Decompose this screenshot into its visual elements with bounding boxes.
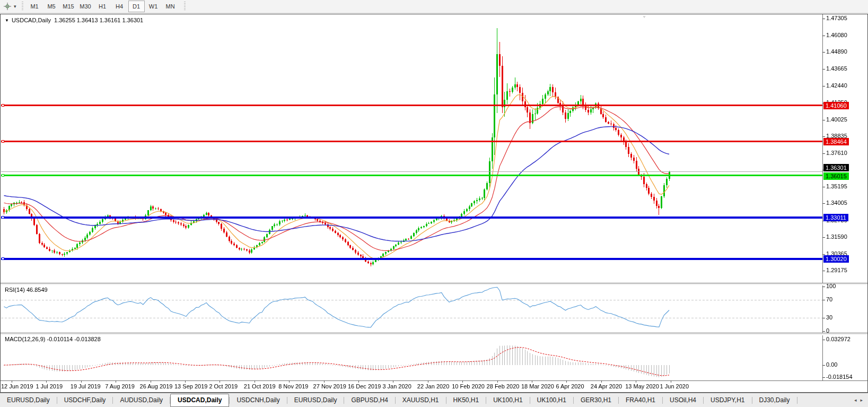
timeframe-button-m30[interactable]: M30 [77,1,94,12]
date-axis-tick [636,380,636,383]
support-line-green-price-label: 1.36015 [823,172,849,180]
date-axis-label: 3 Jan 2020 [382,383,411,389]
date-axis-tick [462,380,463,383]
crosshair-tool-button[interactable] [0,1,13,12]
timeframe-button-d1[interactable]: D1 [128,1,145,12]
price-scale-label: 1.37610 [826,150,847,157]
symbol-tab-bar: EURUSD,DailyUSDCHF,DailyAUDUSD,DailyUSDC… [0,393,868,407]
price-scale-label: 1.40025 [826,116,847,123]
tab-usdjpy-h1[interactable]: USDJPY,H1 [704,395,751,405]
price-scale-label: 1.35195 [826,183,847,190]
tab-usdcad-daily[interactable]: USDCAD,Daily [170,394,229,407]
timeframe-button-m5[interactable]: M5 [43,1,60,12]
date-axis-label: 22 Jan 2020 [417,383,450,389]
support-line-2-handle[interactable] [2,257,4,260]
support-line-2[interactable] [1,258,822,260]
date-axis-label: 1 Jul 2019 [36,383,63,389]
date-axis-tick [358,380,359,383]
tab-uk100-h1[interactable]: UK100,H1 [530,395,573,405]
chart-title: ▼USDCAD,Daily 1.36255 1.36413 1.36161 1.… [5,17,143,23]
price-scale-tick [822,120,825,120]
tab-ger30-h1[interactable]: GER30,H1 [574,395,618,405]
price-scale-tick [822,187,825,187]
timeframe-button-mn[interactable]: MN [162,1,179,12]
chart-shift-marker[interactable]: ▿ [643,14,645,19]
chart-symbol-period: USDCAD,Daily [12,17,51,23]
timeframe-button-m1[interactable]: M1 [27,1,43,12]
macd-pane-splitter[interactable] [1,333,867,335]
tab-scroll-right-icon[interactable]: ▸ [860,397,863,403]
macd-scale-label: 0.032972 [826,336,851,343]
price-chart-canvas[interactable] [1,14,822,380]
tool-dropdown-icon[interactable]: ▾ [13,4,19,9]
price-scale-tick [822,271,825,271]
toolbar-grip [22,2,23,11]
timeframe-button-w1[interactable]: W1 [145,1,162,12]
toolbar-grip-2 [184,2,186,11]
price-scale-tick [822,237,825,238]
date-axis-label: 27 Nov 2019 [313,383,346,389]
tab-eurusd-daily[interactable]: EURUSD,Daily [0,395,57,405]
tab-eurusd-daily[interactable]: EURUSD,Daily [287,395,344,405]
date-axis-label: 6 Apr 2020 [556,383,584,389]
resistance-line-2-handle[interactable] [2,140,4,143]
tab-divider [797,397,797,404]
chart-dropdown-icon[interactable]: ▼ [5,18,9,23]
date-axis-tick [566,380,567,383]
tab-audusd-daily[interactable]: AUDUSD,Daily [113,395,170,405]
support-line-2-price-label: 1.30020 [823,255,849,263]
support-line-1[interactable] [1,217,822,219]
timeframe-button-h1[interactable]: H1 [94,1,111,12]
rsi-scale-tick [822,331,825,332]
timeframe-button-m15[interactable]: M15 [60,1,77,12]
date-axis-tick [393,380,393,383]
trading-terminal-window: ▾ M1M5M15M30H1H4D1W1MN ▼USDCAD,Daily 1.3… [0,0,868,407]
rsi-scale-tick [822,287,825,287]
date-axis-tick [601,380,602,383]
date-axis-tick [671,380,671,383]
date-axis-label: 26 Aug 2019 [140,383,173,389]
tab-dj30-daily[interactable]: DJ30,Daily [752,395,797,405]
price-scale-tick [822,86,825,86]
date-axis-label: 2 Oct 2019 [209,383,238,389]
date-axis-label: 19 Jul 2019 [71,383,101,389]
tab-uk100-h1[interactable]: UK100,H1 [486,395,529,405]
date-axis-tick [151,380,151,383]
date-axis-label: 24 Apr 2020 [591,383,622,389]
tab-gbpusd-h4[interactable]: GBPUSD,H4 [344,395,394,405]
date-axis-label: 1 Jun 2020 [660,383,689,389]
current-price-label: 1.36301 [823,164,849,171]
date-axis-tick [81,380,82,383]
price-scale-tick [822,136,825,137]
tab-xauusd-h1[interactable]: XAUUSD,H1 [396,395,446,405]
tab-usdchf-daily[interactable]: USDCHF,Daily [57,395,113,405]
macd-scale-label: 0.00 [826,361,837,368]
tab-scroll-left-icon[interactable]: ◂ [854,397,857,403]
tab-usoil-h4[interactable]: USOil,H4 [663,395,703,405]
macd-scale-tick [822,340,825,340]
price-scale-label: 1.46080 [826,32,847,39]
tab-fra40-h1[interactable]: FRA40,H1 [619,395,662,405]
date-axis-label: 13 May 2020 [625,383,659,389]
tab-hk50-h1[interactable]: HK50,H1 [446,395,486,405]
support-line-1-price-label: 1.33011 [823,214,848,221]
support-line-green-handle[interactable] [2,174,4,177]
timescale-border [1,380,867,381]
support-line-green[interactable] [1,175,822,176]
timeframe-button-h4[interactable]: H4 [111,1,128,12]
resistance-line-1[interactable] [1,105,822,106]
date-axis-label: 7 Aug 2019 [105,383,135,389]
tab-usdcnh-daily[interactable]: USDCNH,Daily [230,395,286,405]
price-scale-tick [822,153,825,154]
support-line-1-handle[interactable] [2,216,4,219]
resistance-line-2[interactable] [1,141,822,142]
rsi-indicator-label: RSI(14) 46.8549 [5,287,48,293]
resistance-line-1-handle[interactable] [2,104,4,107]
resistance-line-2-price-label: 1.38464 [823,138,849,145]
date-axis-label: 28 Feb 2020 [487,383,520,389]
macd-scale-tick [822,365,825,366]
macd-indicator-label: MACD(12,26,9) -0.010114 -0.013828 [5,336,101,342]
rsi-pane-splitter[interactable] [1,283,867,285]
date-axis-tick [255,380,255,383]
price-scale-label: 1.31590 [826,233,847,240]
